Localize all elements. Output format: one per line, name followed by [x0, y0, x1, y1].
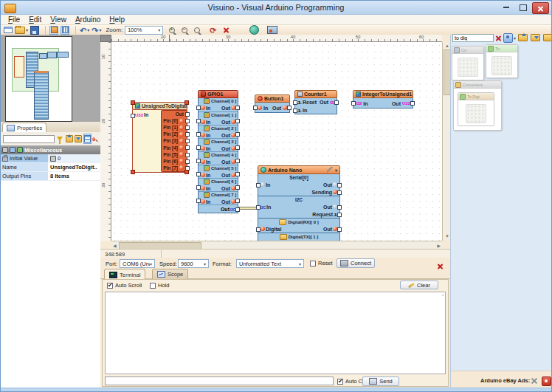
- delete-button[interactable]: [223, 26, 230, 35]
- pin-connector[interactable]: [196, 145, 201, 150]
- serial-sending-pin[interactable]: Sending: [311, 190, 332, 195]
- pin-connector[interactable]: [185, 139, 190, 143]
- scroll-up-icon[interactable]: ˄: [441, 293, 444, 298]
- web-button[interactable]: [249, 26, 259, 35]
- port-select[interactable]: COM6 (Unav▾: [120, 259, 155, 268]
- zoom-out-button[interactable]: −: [182, 26, 187, 35]
- scroll-up-icon[interactable]: ▲: [445, 43, 449, 49]
- channel-in-pin[interactable]: In: [201, 159, 210, 165]
- pin-connector[interactable]: [337, 213, 342, 217]
- component-arduino-nano[interactable]: Arduino Nano ▾ Serial[0] In Out: [258, 165, 340, 241]
- connect-button[interactable]: Connect: [337, 258, 375, 268]
- pin-connector[interactable]: [131, 114, 135, 118]
- component-search-input[interactable]: [452, 34, 494, 42]
- design-canvas[interactable]: UnsignedToDigital1 U32 In OutPin [0]Pin …: [111, 42, 442, 241]
- gallery-button[interactable]: [267, 26, 277, 35]
- pin-connector[interactable]: [293, 109, 297, 113]
- pin-connector[interactable]: [185, 132, 190, 137]
- collapse-categories-button[interactable]: [530, 34, 541, 41]
- collapse-all-icon[interactable]: [75, 135, 82, 142]
- zoom-reset-button[interactable]: [194, 26, 200, 35]
- gpio-channel[interactable]: Channel[ 4 ]InOut: [199, 151, 238, 165]
- pin-connector[interactable]: [235, 172, 240, 176]
- component-title[interactable]: Button1: [255, 94, 290, 103]
- send-button[interactable]: Send: [362, 376, 399, 386]
- save-button[interactable]: [30, 26, 39, 35]
- speed-select[interactable]: 9600▾: [178, 259, 209, 268]
- pin-connector[interactable]: [185, 153, 190, 157]
- toggle-right-panel-button[interactable]: [61, 26, 69, 35]
- button-out-pin[interactable]: Out: [272, 106, 281, 111]
- component-title[interactable]: GPIO1: [198, 90, 238, 98]
- terminal-output[interactable]: ˄: [105, 292, 446, 374]
- pin-connector[interactable]: [410, 101, 415, 106]
- pin-connector[interactable]: [235, 185, 240, 190]
- digital-in-pin[interactable]: Digital: [266, 227, 281, 232]
- channel-out-pin[interactable]: Out: [221, 199, 235, 204]
- tools-icon[interactable]: [531, 377, 538, 385]
- vertical-scrollbar[interactable]: ▲ ▼: [442, 42, 450, 241]
- u2d-pin-row[interactable]: Pin [2]: [162, 131, 187, 137]
- property-value[interactable]: UnsignedToDigit..: [50, 164, 97, 171]
- pin-connector[interactable]: [334, 100, 339, 105]
- selection-handle[interactable]: [184, 100, 189, 105]
- channel-out-pin[interactable]: Out: [221, 146, 235, 151]
- pin-connector[interactable]: [256, 227, 261, 232]
- format-select[interactable]: Unformatted Text▾: [236, 259, 304, 268]
- pin-connector[interactable]: [256, 183, 261, 188]
- component-title[interactable]: UnsignedToDigital1: [132, 102, 187, 110]
- gpio-channel[interactable]: Channel[ 7 ]InOut: [199, 191, 238, 204]
- counter-in-pin[interactable]: In: [303, 108, 307, 113]
- pin-connector[interactable]: [287, 106, 291, 110]
- chevron-down-icon[interactable]: ▾: [335, 168, 337, 173]
- channel-out-pin[interactable]: Out: [221, 186, 235, 191]
- stop-ads-icon[interactable]: [542, 376, 551, 386]
- gallery-card-category[interactable]: Converters To Digi: [453, 80, 502, 131]
- component-integertounsigned1[interactable]: IntegerToUnsigned1 I32 In Out U32: [353, 90, 413, 109]
- component-title[interactable]: Arduino Nano ▾: [258, 165, 340, 174]
- property-filter-input[interactable]: [3, 135, 55, 143]
- new-project-button[interactable]: [4, 26, 13, 35]
- pin-connector[interactable]: [185, 125, 190, 130]
- wrench-icon[interactable]: [327, 167, 333, 173]
- menu-edit[interactable]: Edit: [24, 16, 46, 24]
- folder-view-button[interactable]: [542, 34, 552, 41]
- pin-panel-icon[interactable]: [92, 137, 95, 141]
- channel-out-pin[interactable]: Out: [221, 106, 235, 111]
- menu-help[interactable]: Help: [105, 16, 129, 24]
- pin-connector[interactable]: [256, 205, 261, 210]
- pin-connector[interactable]: [185, 145, 190, 150]
- channel-in-pin[interactable]: In: [201, 186, 210, 191]
- redo-button[interactable]: ↷▾: [92, 26, 101, 35]
- pin-connector[interactable]: [235, 207, 240, 212]
- u2d-pin-row[interactable]: Pin [3]: [162, 137, 187, 144]
- property-row-output-pins[interactable]: Output Pins 8 Items: [1, 172, 100, 181]
- u2d-pin-row[interactable]: Pin [7]: [162, 165, 187, 171]
- u2d-pin-row[interactable]: Pin [1]: [162, 124, 187, 131]
- refresh-button[interactable]: ⟳: [210, 26, 216, 35]
- pin-connector[interactable]: [196, 106, 201, 110]
- counter-reset-pin[interactable]: Reset: [303, 100, 317, 105]
- property-category[interactable]: Miscellaneous: [1, 145, 100, 154]
- i2c-wire[interactable]: [238, 207, 258, 210]
- channel-in-pin[interactable]: In: [201, 173, 210, 178]
- titlebar[interactable]: Visuino - Visual Arduino Programming: [1, 1, 551, 15]
- i2u-in-pin[interactable]: In: [363, 101, 368, 106]
- expand-categories-button[interactable]: [517, 34, 528, 41]
- component-title[interactable]: IntegerToUnsigned1: [353, 90, 413, 98]
- pin-connector[interactable]: [235, 119, 240, 123]
- toggle-left-panel-button[interactable]: [49, 26, 58, 35]
- pin-connector[interactable]: [293, 100, 297, 105]
- property-row-initial-value[interactable]: Initial Value 0: [1, 154, 100, 163]
- tab-scope[interactable]: Scope: [152, 269, 188, 279]
- pin-connector[interactable]: [185, 112, 190, 117]
- i2c-request-pin[interactable]: Request: [312, 212, 333, 217]
- pin-connector[interactable]: [337, 227, 342, 232]
- expand-all-icon[interactable]: [66, 135, 73, 142]
- channel-in-pin[interactable]: In: [201, 106, 210, 111]
- pin-connector[interactable]: [235, 132, 240, 137]
- gallery-card[interactable]: To: [486, 44, 518, 78]
- component-counter1[interactable]: Counter1 Reset Out I32: [294, 90, 337, 114]
- view-mode-icon[interactable]: [83, 134, 92, 144]
- pin-connector[interactable]: [351, 101, 356, 106]
